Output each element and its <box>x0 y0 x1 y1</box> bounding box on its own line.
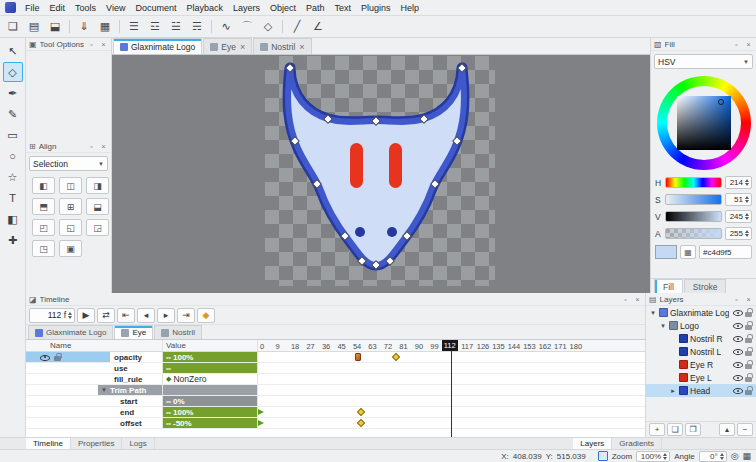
rotate-reset-icon[interactable]: ◎ <box>731 451 739 461</box>
close-tab-icon[interactable]: × <box>240 42 245 52</box>
draw-bezier-button[interactable]: ✒ <box>3 83 23 103</box>
selected-layer-cell[interactable] <box>26 352 110 362</box>
value-fill-rule[interactable]: ◆NonZero <box>163 374 258 384</box>
left-eye-shape[interactable] <box>350 143 363 188</box>
visibility-icon[interactable] <box>40 353 50 362</box>
menu-edit[interactable]: Edit <box>45 2 71 14</box>
lock-icon[interactable] <box>745 347 753 356</box>
float-panel-icon[interactable]: ▫ <box>87 143 96 150</box>
draw-angle-button[interactable]: ∠ <box>308 18 328 36</box>
align-bottom-button[interactable]: ⬓ <box>86 198 109 215</box>
draw-star-button[interactable]: ☆ <box>3 167 23 187</box>
spin-down-icon[interactable] <box>745 183 749 186</box>
selection-bounds-icon[interactable] <box>598 451 608 461</box>
spin-up-icon[interactable] <box>745 230 749 233</box>
add-layer-button[interactable]: + <box>649 423 665 436</box>
menu-object[interactable]: Object <box>265 2 301 14</box>
visibility-icon[interactable] <box>733 386 743 395</box>
draw-freehand-button[interactable]: ✎ <box>3 104 23 124</box>
spinner-arrows[interactable] <box>745 196 749 203</box>
value-trim-path[interactable] <box>163 385 258 395</box>
align-h-center-button[interactable]: ◫ <box>59 177 82 194</box>
menu-tools[interactable]: Tools <box>70 2 101 14</box>
spin-down-icon[interactable] <box>68 316 72 319</box>
prev-keyframe-button[interactable]: ◂ <box>137 308 155 323</box>
value-offset[interactable]: ∞-50% <box>163 418 258 428</box>
go-first-frame-button[interactable]: ⇤ <box>117 308 135 323</box>
value-opacity[interactable]: ∞100% <box>163 352 258 362</box>
align-right-button[interactable]: ◨ <box>86 177 109 194</box>
visibility-icon[interactable] <box>733 308 743 317</box>
duplicate-layer-button[interactable]: ❐ <box>685 423 701 436</box>
keyframe-diamond-marker[interactable] <box>357 408 365 416</box>
spinner-arrows[interactable] <box>745 213 749 220</box>
close-panel-icon[interactable]: × <box>99 143 108 150</box>
value-use[interactable]: ∞ <box>163 363 258 373</box>
go-last-frame-button[interactable]: ⇥ <box>177 308 195 323</box>
align-left-button[interactable]: ◧ <box>32 177 55 194</box>
close-tab-icon[interactable]: × <box>299 42 304 52</box>
spinner-arrows[interactable] <box>745 179 749 186</box>
distribute-right-button[interactable]: ◲ <box>86 219 109 236</box>
next-keyframe-button[interactable]: ▸ <box>157 308 175 323</box>
slider-a-spinbox[interactable]: 255 <box>725 227 752 240</box>
angle-spinbox[interactable]: 0° <box>699 451 727 462</box>
grid-snap-icon[interactable]: ▦ <box>742 451 751 461</box>
text-align-justify-button[interactable]: ☴ <box>187 18 207 36</box>
float-panel-icon[interactable]: ▫ <box>621 296 630 303</box>
draw-line-button[interactable]: ╱ <box>287 18 307 36</box>
document-new-button[interactable]: ❏ <box>3 18 23 36</box>
text-align-center-button[interactable]: ☲ <box>145 18 165 36</box>
lock-icon[interactable] <box>745 386 753 395</box>
lock-icon[interactable] <box>745 360 753 369</box>
spinner-arrows[interactable] <box>68 312 72 319</box>
text-align-left-button[interactable]: ☰ <box>124 18 144 36</box>
spin-down-icon[interactable] <box>720 457 724 460</box>
dock-tab-logs[interactable]: Logs <box>122 438 154 449</box>
close-panel-icon[interactable]: × <box>633 296 642 303</box>
distribute-left-button[interactable]: ◰ <box>32 219 55 236</box>
node-edit-button[interactable]: ◇ <box>258 18 278 36</box>
spinner-arrows[interactable] <box>720 453 724 460</box>
expander-icon[interactable]: ▸ <box>669 387 677 395</box>
timeline-playhead[interactable] <box>451 351 452 437</box>
layer-row-eye-r[interactable]: Eye R <box>646 358 756 371</box>
hue-ring[interactable] <box>657 76 751 170</box>
spin-up-icon[interactable] <box>745 196 749 199</box>
draw-ellipse-button[interactable]: ○ <box>3 146 23 166</box>
close-panel-icon[interactable]: × <box>744 296 753 303</box>
keyframe-record-button[interactable]: ◆ <box>197 308 215 323</box>
tab-stroke[interactable]: Stroke <box>684 279 727 293</box>
color-mode-select[interactable]: HSV ▼ <box>654 54 753 69</box>
select-button[interactable]: ↖ <box>3 41 23 61</box>
visibility-icon[interactable] <box>733 373 743 382</box>
current-frame-spinbox[interactable]: 112 f <box>29 308 75 323</box>
keyframe-start-marker[interactable] <box>258 420 264 426</box>
visibility-icon[interactable] <box>733 334 743 343</box>
spin-up-icon[interactable] <box>663 453 667 456</box>
align-relative-to-select[interactable]: Selection ▼ <box>29 156 108 171</box>
canvas-viewport[interactable] <box>112 55 650 293</box>
lock-icon[interactable] <box>745 373 753 382</box>
text-align-right-button[interactable]: ☱ <box>166 18 186 36</box>
color-picker-tool-button[interactable]: ✚ <box>3 230 23 250</box>
zoom-spinbox[interactable]: 100% <box>636 451 670 462</box>
timeline-tab-eye[interactable]: Eye <box>114 325 153 339</box>
slider-s-track[interactable] <box>665 194 722 205</box>
draw-rectangle-button[interactable]: ▭ <box>3 125 23 145</box>
keyframe-range-marker[interactable] <box>355 353 361 361</box>
spin-up-icon[interactable] <box>720 453 724 456</box>
path-curve-button[interactable]: ∿ <box>216 18 236 36</box>
menu-playback[interactable]: Playback <box>181 2 228 14</box>
lock-icon[interactable] <box>54 353 62 362</box>
render-frame-button[interactable]: ▦ <box>95 18 115 36</box>
distribute-top-button[interactable]: ◳ <box>32 240 55 257</box>
palette-button[interactable]: ▦ <box>680 245 696 259</box>
timeline-ruler[interactable]: 0918273645546372819099117126135144153162… <box>258 340 645 351</box>
current-frame-box[interactable]: 112 <box>442 340 458 351</box>
play-button[interactable]: ▶ <box>77 308 95 323</box>
slider-v-track[interactable] <box>665 211 722 222</box>
export-button[interactable]: ⇓ <box>74 18 94 36</box>
dock-tab-timeline[interactable]: Timeline <box>26 438 71 449</box>
canvas-tab-nostril[interactable]: Nostril× <box>253 38 311 54</box>
